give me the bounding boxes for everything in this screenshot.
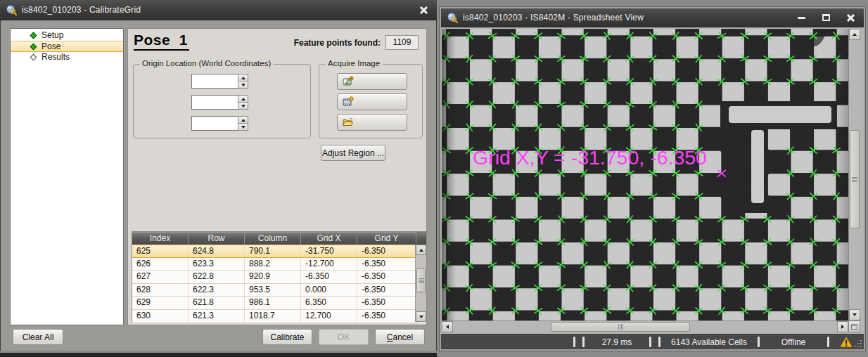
table-cell: 888.2 (245, 258, 301, 271)
y-field[interactable] (191, 95, 238, 110)
table-cell: 986.1 (245, 297, 301, 309)
status-mode: Offline (763, 335, 824, 349)
status-separator (758, 337, 760, 347)
h-scrollbar-thumb[interactable] (551, 322, 690, 332)
column-header-index[interactable]: Index (132, 232, 189, 245)
trigger-button[interactable] (337, 73, 407, 90)
image-vertical-scrollbar[interactable] (848, 29, 860, 320)
from-file-button[interactable] (337, 114, 407, 131)
v-scrollbar-thumb[interactable] (850, 130, 860, 228)
calibrate-button[interactable]: Calibrate (262, 329, 312, 345)
spin-up-icon[interactable] (238, 95, 248, 103)
table-cell: 953.5 (245, 284, 301, 297)
status-available-cells: 6143 Available Cells (664, 335, 754, 349)
column-header-grid-x[interactable]: Grid X (301, 232, 357, 245)
spin-down-icon[interactable] (238, 82, 248, 89)
spreadsheet-view-titlebar[interactable]: is8402_010203 - IS8402M - Spreadsheet Vi… (441, 8, 864, 27)
acquire-image-group: Acquire Image (319, 64, 423, 138)
maximize-icon[interactable] (818, 11, 834, 24)
scroll-right-icon[interactable] (837, 321, 848, 332)
spin-up-icon[interactable] (238, 74, 248, 82)
table-cell: -12.700 (301, 258, 357, 271)
scroll-down-icon[interactable] (416, 311, 426, 322)
cancel-button[interactable]: Cancel (375, 329, 425, 345)
table-cell: 623.3 (189, 258, 245, 271)
column-header-column[interactable]: Column (245, 232, 301, 245)
x-field[interactable] (191, 74, 238, 89)
table-cell: -6.350 (301, 271, 357, 283)
table-cell: -6.350 (357, 258, 416, 271)
image-horizontal-scrollbar[interactable] (442, 320, 848, 332)
feature-points-row: Feature points found: 1109 (294, 35, 419, 50)
clear-all-button[interactable]: Clear All (13, 329, 63, 345)
table-cell: -6.350 (357, 297, 416, 309)
calibrate-grid-titlebar[interactable]: is8402_010203 - CalibrateGrid (0, 0, 437, 20)
table-row[interactable]: 628622.3953.50.000-6.350 (132, 284, 426, 297)
table-vertical-scrollbar[interactable] (415, 245, 426, 322)
table-cell: 0.000 (301, 284, 357, 297)
spin-down-icon[interactable] (238, 103, 248, 110)
view-toggle-button[interactable] (848, 320, 860, 332)
step-pending-diamond-icon (30, 54, 37, 61)
table-cell: 621.3 (189, 310, 245, 323)
right-window-title: is8402_010203 - IS8402M - Spreadsheet Vi… (463, 13, 644, 22)
table-row[interactable]: 625624.8790.1-31.750-6.350 (132, 245, 426, 258)
page-title: Pose 1 (134, 32, 189, 51)
close-icon[interactable] (416, 4, 431, 16)
origin-group-title: Origin Location (World Coordinates) (139, 59, 274, 67)
status-bar: 27.9 ms 6143 Available Cells Offline (441, 334, 864, 349)
table-cell: 622.3 (189, 284, 245, 297)
sidebar-item-label: Results (42, 52, 70, 62)
table-cell: -6.350 (357, 271, 416, 283)
close-icon[interactable] (843, 11, 858, 24)
table-row[interactable]: 630621.31018.712.700-6.350 (132, 310, 426, 323)
spin-up-icon[interactable] (238, 116, 248, 124)
table-row[interactable]: 627622.8920.9-6.350-6.350 (132, 271, 426, 284)
table-cell: -31.750 (301, 245, 357, 257)
scroll-up-icon[interactable] (849, 29, 860, 40)
camera-image[interactable]: Grid X,Y = -31.750, -6.350 (442, 29, 848, 320)
table-cell: 12.700 (301, 310, 357, 323)
resize-grip[interactable] (855, 340, 862, 348)
table-cell: 621.8 (189, 297, 245, 309)
scroll-up-icon[interactable] (416, 245, 426, 255)
angle-field[interactable] (191, 116, 238, 131)
table-cell: 630 (132, 310, 189, 323)
sidebar-item-pose[interactable]: Pose (11, 41, 123, 52)
column-header-grid-y[interactable]: Grid Y (357, 232, 416, 245)
origin-location-group: Origin Location (World Coordinates) (133, 64, 311, 138)
status-acquisition-time: 27.9 ms (588, 335, 646, 349)
calibrate-grid-window: is8402_010203 - CalibrateGrid SetupPoseR… (0, 0, 437, 357)
pose-panel: Pose 1 Feature points found: 1109 Origin… (127, 28, 427, 325)
table-cell: 6.350 (301, 297, 357, 309)
table-scrollbar-thumb[interactable] (416, 268, 426, 292)
wizard-steps-list: SetupPoseResults (10, 28, 124, 325)
adjust-region-button[interactable]: Adjust Region ... (321, 145, 385, 161)
column-header-row[interactable]: Row (189, 232, 245, 245)
scroll-left-icon[interactable] (442, 321, 453, 332)
sidebar-item-setup[interactable]: Setup (11, 30, 123, 41)
step-complete-diamond-icon (30, 32, 37, 39)
spin-control (238, 116, 248, 131)
feature-points-value: 1109 (385, 35, 419, 50)
left-window-title: is8402_010203 - CalibrateGrid (22, 5, 141, 15)
origin-field-row (134, 116, 248, 131)
scroll-down-icon[interactable] (849, 309, 860, 320)
feature-points-label: Feature points found: (294, 38, 381, 48)
sidebar-item-results[interactable]: Results (11, 52, 123, 63)
table-cell: 920.9 (245, 271, 301, 283)
spreadsheet-view-window: is8402_010203 - IS8402M - Spreadsheet Vi… (439, 6, 866, 351)
live-video-button[interactable] (337, 93, 407, 110)
minimize-icon[interactable] (793, 11, 809, 24)
spin-down-icon[interactable] (238, 124, 248, 131)
feature-table: IndexRowColumnGrid XGrid Y 625624.8790.1… (132, 231, 427, 323)
ok-button[interactable]: OK (319, 329, 369, 345)
table-cell: 624.8 (189, 245, 245, 257)
table-cell: 1018.7 (245, 310, 301, 323)
table-cell: -6.350 (357, 284, 416, 297)
insight-app-icon (6, 4, 17, 15)
table-row[interactable]: 626623.3888.2-12.700-6.350 (132, 258, 426, 271)
warning-icon[interactable] (839, 336, 853, 348)
table-row[interactable]: 629621.8986.16.350-6.350 (132, 297, 426, 310)
table-cell: 627 (132, 271, 189, 283)
